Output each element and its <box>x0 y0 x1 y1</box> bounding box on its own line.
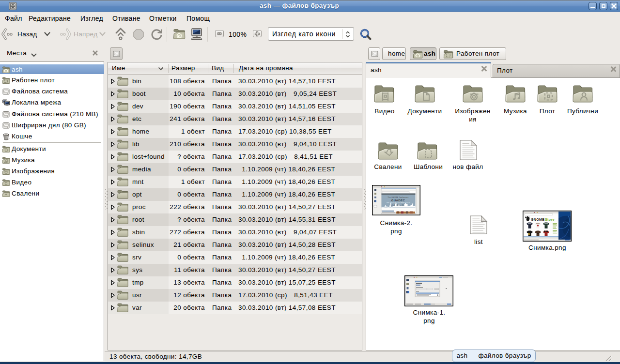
svg-text:Store: Store <box>545 218 555 221</box>
svg-text:The GNOME Conference: The GNOME Conference <box>388 197 408 198</box>
svg-text:GUADEC: GUADEC <box>391 199 405 202</box>
svg-text:July 24-30th, 2010: July 24-30th, 2010 <box>390 204 406 206</box>
svg-text:GNOME: GNOME <box>531 218 544 221</box>
svg-text:THE HAGUE, NETHERLANDS: THE HAGUE, NETHERLANDS <box>386 202 410 204</box>
